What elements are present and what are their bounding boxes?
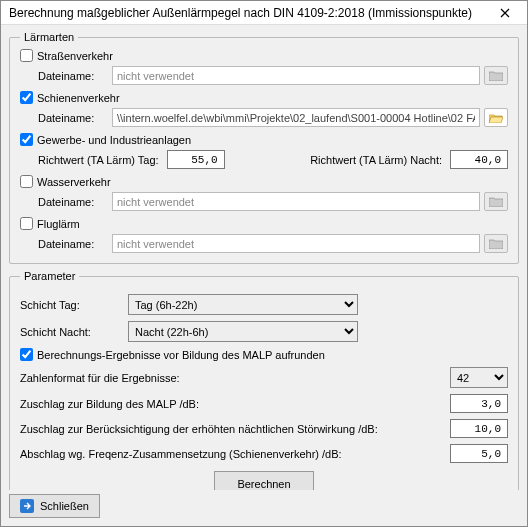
rail-traffic-label: Schienenverkehr <box>37 92 120 104</box>
shift-day-row: Schicht Tag: Tag (6h-22h) <box>20 294 508 315</box>
close-icon <box>500 8 510 18</box>
numfmt-row: Zahlenformat für die Ergebnisse: 42 <box>20 367 508 388</box>
noise-types-legend: Lärmarten <box>20 31 78 43</box>
malp-row: Zuschlag zur Bildung des MALP /dB: <box>20 394 508 413</box>
air-file-row: Dateiname: <box>20 234 508 253</box>
air-traffic-label: Fluglärm <box>37 218 80 230</box>
industrial-checkbox[interactable]: Gewerbe- und Industrieanlagen <box>20 133 508 146</box>
water-file-input[interactable] <box>112 192 480 211</box>
numfmt-select[interactable]: 42 <box>450 367 508 388</box>
air-file-label: Dateiname: <box>38 238 112 250</box>
rw-day-label: Richtwert (TA Lärm) Tag: <box>38 154 159 166</box>
window-title: Berechnung maßgeblicher Außenlärmpegel n… <box>9 6 485 20</box>
freq-input[interactable] <box>450 444 508 463</box>
malp-input[interactable] <box>450 394 508 413</box>
round-label: Berechnungs-Ergebnisse vor Bildung des M… <box>37 349 325 361</box>
air-browse-button[interactable] <box>484 234 508 253</box>
rail-file-label: Dateiname: <box>38 112 112 124</box>
window-close-button[interactable] <box>485 2 525 24</box>
dialog-window: Berechnung maßgeblicher Außenlärmpegel n… <box>0 0 528 527</box>
rail-browse-button[interactable] <box>484 108 508 127</box>
industrial-values-row: Richtwert (TA Lärm) Tag: Richtwert (TA L… <box>20 150 508 169</box>
air-traffic-checkbox[interactable]: Fluglärm <box>20 217 508 230</box>
night-penalty-row: Zuschlag zur Berücksichtigung der erhöht… <box>20 419 508 438</box>
water-file-row: Dateiname: <box>20 192 508 211</box>
road-traffic-checkbox[interactable]: Straßenverkehr <box>20 49 508 62</box>
arrow-right-icon <box>20 499 34 513</box>
numfmt-label: Zahlenformat für die Ergebnisse: <box>20 372 450 384</box>
water-file-label: Dateiname: <box>38 196 112 208</box>
water-traffic-label: Wasserverkehr <box>37 176 111 188</box>
compute-button[interactable]: Berechnen <box>214 471 313 490</box>
night-penalty-label: Zuschlag zur Berücksichtigung der erhöht… <box>20 423 450 435</box>
road-file-label: Dateiname: <box>38 70 112 82</box>
rail-file-row: Dateiname: <box>20 108 508 127</box>
rw-night-label: Richtwert (TA Lärm) Nacht: <box>310 154 442 166</box>
industrial-label: Gewerbe- und Industrieanlagen <box>37 134 191 146</box>
shift-night-select[interactable]: Nacht (22h-6h) <box>128 321 358 342</box>
round-row: Berechnungs-Ergebnisse vor Bildung des M… <box>20 348 508 361</box>
rail-traffic-check[interactable] <box>20 91 33 104</box>
road-file-row: Dateiname: <box>20 66 508 85</box>
folder-icon <box>489 239 503 249</box>
content: Lärmarten Straßenverkehr Dateiname: Schi… <box>1 25 527 490</box>
close-button-label: Schließen <box>40 500 89 512</box>
compute-bar: Berechnen <box>20 463 508 490</box>
rail-file-input[interactable] <box>112 108 480 127</box>
noise-types-group: Lärmarten Straßenverkehr Dateiname: Schi… <box>9 31 519 264</box>
parameter-group: Parameter Schicht Tag: Tag (6h-22h) Schi… <box>9 270 519 490</box>
titlebar: Berechnung maßgeblicher Außenlärmpegel n… <box>1 1 527 25</box>
road-traffic-label: Straßenverkehr <box>37 50 113 62</box>
air-file-input[interactable] <box>112 234 480 253</box>
water-browse-button[interactable] <box>484 192 508 211</box>
shift-night-row: Schicht Nacht: Nacht (22h-6h) <box>20 321 508 342</box>
round-checkbox[interactable]: Berechnungs-Ergebnisse vor Bildung des M… <box>20 348 325 361</box>
freq-row: Abschlag wg. Freqenz-Zusammensetzung (Sc… <box>20 444 508 463</box>
folder-open-icon <box>489 113 503 123</box>
night-penalty-input[interactable] <box>450 419 508 438</box>
water-traffic-checkbox[interactable]: Wasserverkehr <box>20 175 508 188</box>
road-traffic-check[interactable] <box>20 49 33 62</box>
round-check[interactable] <box>20 348 33 361</box>
air-traffic-check[interactable] <box>20 217 33 230</box>
road-file-input[interactable] <box>112 66 480 85</box>
parameter-legend: Parameter <box>20 270 79 282</box>
malp-label: Zuschlag zur Bildung des MALP /dB: <box>20 398 450 410</box>
shift-day-select[interactable]: Tag (6h-22h) <box>128 294 358 315</box>
rail-traffic-checkbox[interactable]: Schienenverkehr <box>20 91 508 104</box>
rw-day-input[interactable] <box>167 150 225 169</box>
freq-label: Abschlag wg. Freqenz-Zusammensetzung (Sc… <box>20 448 450 460</box>
shift-day-label: Schicht Tag: <box>20 299 128 311</box>
footer: Schließen <box>1 490 527 526</box>
folder-icon <box>489 197 503 207</box>
water-traffic-check[interactable] <box>20 175 33 188</box>
industrial-check[interactable] <box>20 133 33 146</box>
close-button[interactable]: Schließen <box>9 494 100 518</box>
folder-icon <box>489 71 503 81</box>
road-browse-button[interactable] <box>484 66 508 85</box>
shift-night-label: Schicht Nacht: <box>20 326 128 338</box>
rw-night-input[interactable] <box>450 150 508 169</box>
